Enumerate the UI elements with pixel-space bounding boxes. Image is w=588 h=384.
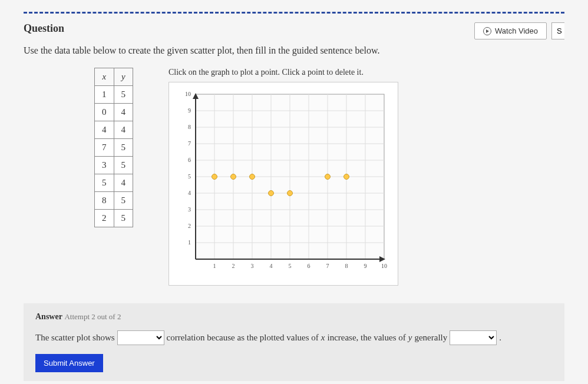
table-header-row: x y [95, 68, 133, 86]
sentence-part4: generally [414, 333, 447, 343]
table-cell: 4 [114, 104, 133, 121]
tab-border-decoration [24, 12, 564, 14]
scatter-point[interactable] [269, 191, 274, 196]
table-cell: 4 [114, 174, 133, 192]
sentence-part1: The scatter plot shows [35, 333, 115, 343]
var-x: x [321, 333, 325, 343]
table-cell: 4 [95, 121, 114, 139]
table-row: 54 [95, 174, 133, 192]
header-actions: Watch Video S [474, 22, 564, 39]
content-row: x y 1504447535548525 Click on the graph … [24, 68, 564, 286]
table-row: 04 [95, 104, 133, 121]
table-cell: 4 [114, 121, 133, 139]
attempt-info: Attempt 2 out of 2 [64, 312, 121, 321]
x-tick-label: 5 [289, 263, 292, 269]
scatter-plot-svg[interactable]: 1234567891012345678910 [175, 88, 393, 277]
sentence-part3: increase, the values of [327, 333, 405, 343]
y-tick-label: 7 [188, 140, 191, 147]
question-instructions: Use the data table below to create the g… [24, 45, 564, 56]
table-cell: 5 [114, 210, 133, 227]
answer-label: Answer [35, 312, 62, 321]
scatter-plot[interactable]: 1234567891012345678910 [169, 82, 398, 286]
data-table: x y 1504447535548525 [94, 68, 133, 227]
table-cell: 5 [114, 139, 133, 157]
y-tick-label: 10 [185, 91, 191, 97]
header-row: Question Watch Video S [24, 22, 564, 39]
sentence-part2: correlation because as the plotted value… [167, 333, 319, 343]
partial-button[interactable]: S [551, 22, 564, 39]
y-tick-label: 2 [188, 223, 191, 229]
x-tick-label: 7 [326, 263, 329, 269]
x-tick-label: 8 [345, 263, 348, 269]
table-cell: 7 [95, 139, 114, 157]
table-cell: 5 [114, 157, 133, 174]
scatter-point[interactable] [288, 191, 293, 196]
x-tick-label: 2 [232, 263, 235, 269]
table-row: 44 [95, 121, 133, 139]
table-cell: 1 [95, 86, 114, 104]
watch-video-button[interactable]: Watch Video [474, 22, 547, 39]
col-header-y: y [114, 68, 133, 86]
answer-section: Answer Attempt 2 out of 2 The scatter pl… [24, 303, 564, 381]
play-circle-icon [483, 27, 491, 35]
table-cell: 3 [95, 157, 114, 174]
table-cell: 0 [95, 104, 114, 121]
x-tick-label: 10 [381, 263, 387, 269]
scatter-point[interactable] [250, 174, 255, 180]
x-tick-label: 6 [308, 263, 310, 269]
table-row: 15 [95, 86, 133, 104]
table-cell: 2 [95, 210, 114, 227]
scatter-point[interactable] [325, 174, 331, 180]
x-tick-label: 3 [251, 263, 254, 269]
trend-select[interactable] [450, 330, 497, 345]
graph-section: Click on the graph to plot a point. Clic… [169, 68, 564, 286]
scatter-point[interactable] [344, 174, 349, 180]
table-cell: 8 [95, 192, 114, 210]
table-cell: 5 [95, 174, 114, 192]
scatter-point[interactable] [231, 174, 236, 180]
scatter-point[interactable] [212, 174, 217, 180]
graph-instruction: Click on the graph to plot a point. Clic… [169, 68, 564, 77]
col-header-x: x [95, 68, 114, 86]
answer-header: Answer Attempt 2 out of 2 [35, 312, 553, 322]
y-tick-label: 3 [188, 206, 191, 213]
x-tick-label: 1 [213, 263, 216, 269]
question-label: Question [24, 22, 64, 35]
y-tick-label: 6 [188, 157, 191, 163]
table-row: 25 [95, 210, 133, 227]
table-row: 35 [95, 157, 133, 174]
y-tick-label: 4 [188, 190, 191, 196]
correlation-select[interactable] [117, 330, 164, 345]
y-tick-label: 9 [188, 107, 191, 114]
table-cell: 5 [114, 86, 133, 104]
guided-sentence: The scatter plot shows correlation becau… [35, 330, 553, 345]
table-row: 85 [95, 192, 133, 210]
y-tick-label: 1 [188, 239, 191, 246]
watch-video-label: Watch Video [495, 27, 538, 35]
submit-button[interactable]: Submit Answer [35, 354, 103, 372]
table-cell: 5 [114, 192, 133, 210]
var-y: y [408, 333, 412, 343]
x-tick-label: 4 [270, 263, 273, 269]
sentence-period: . [499, 333, 501, 343]
table-row: 75 [95, 139, 133, 157]
y-tick-label: 5 [188, 173, 191, 180]
x-tick-label: 9 [364, 263, 367, 269]
y-tick-label: 8 [188, 124, 191, 130]
